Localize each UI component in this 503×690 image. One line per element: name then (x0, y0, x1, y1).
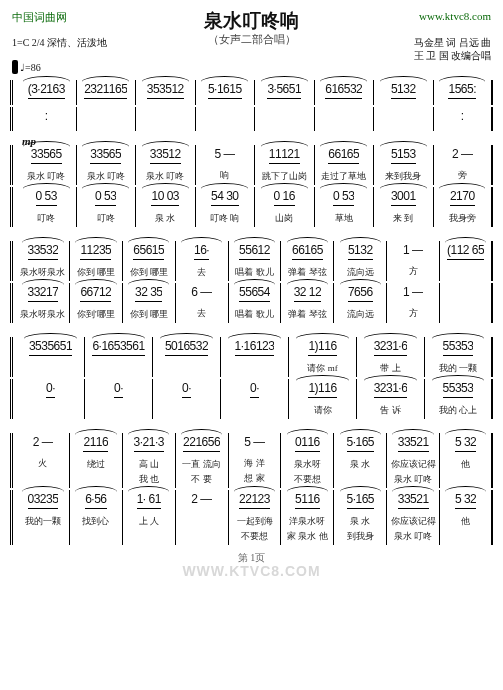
notation: 0 16 (274, 189, 295, 206)
measure: 3535651 (17, 337, 85, 377)
notation: 2 — (191, 492, 212, 508)
lyric: 叮咚 响 (199, 212, 252, 225)
measure: 55612唱着 歌儿 (229, 241, 282, 281)
notation: 7656 (348, 285, 373, 302)
notation: 0 53 (333, 189, 354, 206)
measure: 33512泉水 叮咚 (136, 145, 196, 185)
lyric: 响 (199, 169, 252, 182)
measure: 33521你应该记得泉水 叮咚 (387, 433, 440, 488)
notation: 33565 (31, 147, 62, 164)
measure: 2 —旁 (434, 145, 494, 185)
measure: 5132流向远 (334, 241, 387, 281)
measure: 0· (153, 379, 221, 419)
notation: 11235 (80, 243, 111, 260)
lyric-alt: 想 家 (232, 472, 278, 485)
notation: 5 32 (455, 492, 476, 509)
notation: 353512 (147, 82, 184, 99)
notation: 1)116 (308, 339, 336, 356)
system-4: 35356516·165356150165321·161231)116请你 mf… (10, 337, 493, 419)
measure: : (434, 107, 494, 131)
notation: 1)116 (308, 381, 336, 398)
measure: 5153来到我身 (374, 145, 434, 185)
notation: 33521 (398, 435, 429, 452)
lyric: 叮咚 (80, 212, 133, 225)
lyric: 来到我身 (377, 170, 430, 183)
lyric: 告 诉 (360, 404, 421, 417)
measure: 2 —火 (17, 433, 70, 488)
notation: 0· (114, 381, 123, 398)
staff-2-upper: 33565泉水 叮咚33565泉水 叮咚33512泉水 叮咚5 —响11121跳… (10, 145, 493, 185)
notation: 5·165 (347, 492, 375, 509)
staff-2-lower: 0 53叮咚0 53叮咚10 03泉 水54 30叮咚 响0 16山岗0 53草… (10, 187, 493, 227)
lyric-alt: 不要想 (284, 473, 330, 486)
lyric: 泉 水 (337, 458, 383, 471)
notation: 2116 (83, 435, 108, 452)
lyric: 请你 mf (292, 362, 353, 375)
measure: 33521你应该记得泉水 叮咚 (387, 490, 440, 545)
lyric: 上 人 (126, 515, 172, 528)
notation: 33217 (28, 285, 59, 302)
lyric: 流向远 (337, 266, 383, 279)
notation: 6·1653561 (92, 339, 144, 356)
watermark: WWW.KTVC8.COM (10, 563, 493, 579)
tempo-marking: ♩=86 (12, 60, 41, 74)
notation: 66165 (328, 147, 359, 164)
lyric: 我的一颗 (20, 515, 66, 528)
lyric: 泉水呀 (284, 458, 330, 471)
notation: 6 — (191, 285, 212, 301)
measure: 32 35你到 哪里 (123, 283, 176, 323)
measure: 2116绕过 (70, 433, 123, 488)
lyric: 他 (443, 458, 488, 471)
notation: 616532 (325, 82, 362, 99)
lyric: 流向远 (337, 308, 383, 321)
notation: 32 35 (135, 285, 163, 302)
lyric: 方 (390, 307, 436, 320)
notation: 54 30 (211, 189, 239, 206)
staff-3-lower: 33217泉水呀泉水66712你到'哪里32 35你到 哪里6 —去55654唱… (10, 283, 493, 323)
notation: 3535651 (29, 339, 72, 356)
measure: 65615你到 哪里 (123, 241, 176, 281)
lyric: 我的 心上 (428, 404, 488, 417)
notation: 5 — (214, 147, 235, 163)
measure (136, 107, 196, 131)
measure: 5 32他 (440, 490, 493, 545)
measure (196, 107, 256, 131)
measure: 1·16123 (221, 337, 289, 377)
lyric: 走过了草地 (318, 170, 371, 183)
measure: 221656一直 流向不 要 (176, 433, 229, 488)
measure: 5 32他 (440, 433, 493, 488)
measure: 11121跳下了山岗 (255, 145, 315, 185)
measure: 3001来 到 (374, 187, 434, 227)
notation: 5153 (391, 147, 416, 164)
lyric: 跳下了山岗 (258, 170, 311, 183)
measure: 5 —海 洋想 家 (229, 433, 282, 488)
measure: 3·21·3高 山我 也 (123, 433, 176, 488)
lyric: 叮咚 (20, 212, 73, 225)
measure: 0· (17, 379, 85, 419)
notation: 11121 (269, 147, 300, 164)
tempo-value: ♩=86 (20, 62, 41, 73)
measure: 33565泉水 叮咚 (17, 145, 77, 185)
staff-1-lower: :: (10, 107, 493, 131)
notation: 3231·6 (374, 339, 408, 356)
lyric: 海 洋 (232, 457, 278, 470)
measure: 3231·6带 上 (357, 337, 425, 377)
lyric: 一直 流向 (179, 458, 225, 471)
measure: 0· (85, 379, 153, 419)
notation: : (461, 109, 464, 125)
measure: 16·去 (176, 241, 229, 281)
measure: 7656流向远 (334, 283, 387, 323)
notation: 3·21·3 (134, 435, 164, 452)
lyric: 你到 哪里 (73, 266, 119, 279)
notation: 55353 (443, 339, 474, 356)
notation: 1565: (448, 82, 476, 99)
lyric: 我身旁 (437, 212, 489, 225)
notation: 16· (194, 243, 209, 260)
measure: 11235你到 哪里 (70, 241, 123, 281)
notation: 0· (182, 381, 191, 398)
notation: 10 03 (151, 189, 179, 206)
lyric: 他 (443, 515, 488, 528)
measure: 5116洋泉水呀家 泉水 他 (281, 490, 334, 545)
notation: 32 12 (294, 285, 322, 302)
measure: 0 53草地 (315, 187, 375, 227)
